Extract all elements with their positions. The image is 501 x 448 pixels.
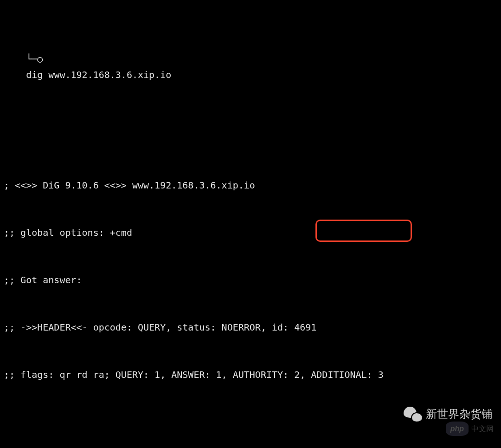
global-options-line: ;; global options: +cmd (4, 225, 497, 240)
prompt-symbol: └─○ (26, 53, 43, 65)
terminal-output: └─○ dig www.192.168.3.6.xip.io ; <<>> Di… (4, 4, 497, 448)
header-status-line: ;; ->>HEADER<<- opcode: QUERY, status: N… (4, 319, 497, 335)
flags-line: ;; flags: qr rd ra; QUERY: 1, ANSWER: 1,… (4, 367, 497, 383)
got-answer-line: ;; Got answer: (4, 272, 497, 288)
wechat-icon (404, 407, 422, 422)
dig-version-line: ; <<>> DiG 9.10.6 <<>> www.192.168.3.6.x… (4, 177, 497, 193)
php-logo-icon: php (446, 422, 469, 436)
command-prompt: └─○ dig www.192.168.3.6.xip.io (4, 35, 497, 98)
php-watermark: php 中文网 (446, 422, 494, 436)
command-text: dig www.192.168.3.6.xip.io (26, 69, 171, 80)
php-watermark-text: 中文网 (471, 422, 494, 435)
